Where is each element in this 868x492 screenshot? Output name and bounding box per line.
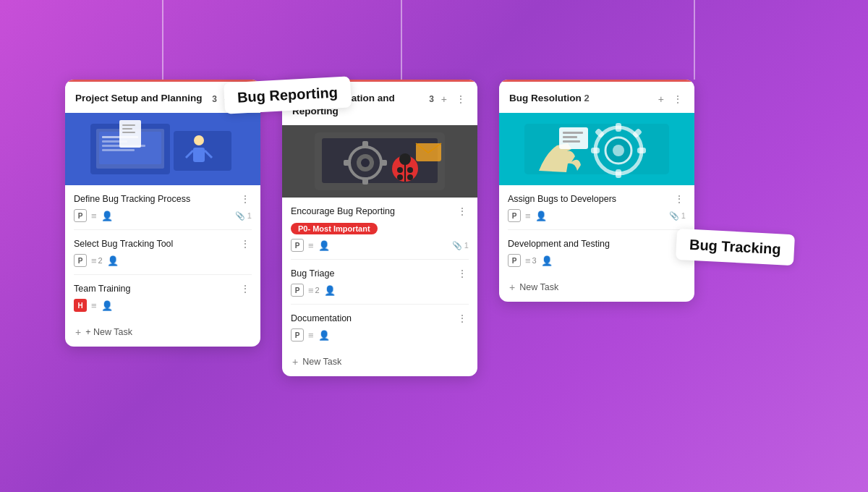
svg-rect-48 [563,132,583,134]
task-3-2-title: Development and Testing [508,239,610,249]
task-3-1-meta: P ≡ 👤 📎 1 [508,209,686,222]
task-1-3-menu[interactable]: ⋮ [239,282,252,295]
svg-point-35 [407,174,413,180]
col1-new-task[interactable]: + + New Task [65,319,260,347]
column-3: Bug Resolution 2 + ⋮ [499,80,694,302]
col3-plus-icon: + [509,281,515,293]
task-3-2-priority: P [508,254,521,267]
svg-rect-27 [344,160,351,166]
col3-add-btn[interactable]: + [657,93,665,106]
svg-point-33 [407,167,413,173]
task-1-3-meta: H ≡ 👤 [74,299,252,312]
col3-new-task-label: New Task [519,282,558,292]
task-2-1-menu[interactable]: ⋮ [456,205,469,218]
task-1-1-menu[interactable]: ⋮ [239,192,252,205]
task-2-3-title: Documentation [291,313,352,323]
task-3-1-list: ≡ [525,211,531,221]
task-2-3-user: 👤 [318,330,330,341]
svg-rect-13 [193,148,205,162]
col2-new-task[interactable]: + New Task [282,349,477,376]
task-1-1-priority: P [74,209,87,222]
task-1-3-priority: H [74,299,87,312]
col1-new-task-label: + New Task [85,327,132,337]
task-2-3: Documentation ⋮ P ≡ 👤 [291,305,469,349]
task-2-3-menu[interactable]: ⋮ [456,312,469,325]
svg-rect-49 [563,136,577,138]
task-2-2-meta: P ≡ 2 👤 [291,284,469,297]
task-2-1-list: ≡ [308,240,314,251]
tooltip-bug-tracking: Bug Tracking [676,229,795,266]
svg-point-34 [397,174,403,180]
task-1-2: Select Bug Tracking Tool ⋮ P ≡ 2 👤 [74,230,252,275]
svg-rect-18 [122,128,132,130]
cards-container: Project Setup and Planning 3 + ⋮ [65,80,694,376]
task-2-1-title: Encourage Bug Reporting [291,206,395,216]
col3-header: Bug Resolution 2 + ⋮ [499,80,694,113]
task-1-1-title: Define Bug Tracking Process [74,194,190,204]
task-1-2-list: ≡ 2 [91,255,103,266]
task-1-1-list: ≡ [91,211,97,221]
svg-point-40 [613,145,624,156]
task-2-3-list: ≡ [308,330,314,341]
col2-new-task-label: New Task [302,357,341,367]
task-3-1-menu[interactable]: ⋮ [673,192,686,205]
task-1-1-user: 👤 [101,211,113,221]
task-3-2-list: ≡ 3 [525,255,537,266]
col1-image [65,113,260,185]
col2-plus-icon: + [292,356,298,368]
col1-title: Project Setup and Planning [75,92,206,105]
task-1-2-meta: P ≡ 2 👤 [74,254,252,267]
task-2-2: Bug Triage ⋮ P ≡ 2 👤 [291,260,469,305]
col2-badge: 3 [429,94,434,104]
task-1-2-menu[interactable]: ⋮ [239,237,252,250]
col1-badge: 3 [212,94,217,104]
task-2-2-title: Bug Triage [291,268,334,279]
column-1: Project Setup and Planning 3 + ⋮ [65,80,260,347]
task-3-1-attach: 📎 1 [669,211,686,221]
col3-title: Bug Resolution 2 [509,92,651,105]
task-1-2-title: Select Bug Tracking Tool [74,239,173,249]
task-1-3-list: ≡ [91,300,97,311]
col2-image [282,125,477,198]
task-2-1-attach: 📎 1 [452,241,469,250]
task-1-3-title: Team Training [74,284,131,294]
col3-new-task[interactable]: + New Task [499,274,694,302]
task-2-3-meta: P ≡ 👤 [291,328,469,342]
task-3-1-priority: P [508,209,521,222]
col2-menu-btn[interactable]: ⋮ [454,93,467,106]
task-2-1-priority-badge: P0- Most Important [291,223,378,234]
svg-rect-19 [122,132,135,133]
task-2-3-priority: P [291,328,304,342]
task-2-2-menu[interactable]: ⋮ [456,267,469,280]
task-1-1: Define Bug Tracking Process ⋮ P ≡ 👤 📎 1 [74,185,252,230]
task-3-2-meta: P ≡ 3 👤 [508,254,686,267]
col3-menu-btn[interactable]: ⋮ [671,93,684,106]
col2-add-btn[interactable]: + [440,93,448,106]
task-1-2-user: 👤 [107,255,119,266]
svg-rect-16 [119,120,141,148]
task-2-2-list: ≡ 2 [308,285,320,296]
task-2-1-priority: P [291,239,304,252]
col1-plus-icon: + [75,326,81,338]
task-3-1: Assign Bugs to Developers ⋮ P ≡ 👤 📎 1 [508,185,686,230]
task-3-1-user: 👤 [535,211,547,221]
svg-rect-28 [380,160,387,166]
svg-point-24 [361,158,370,167]
column-2: Bug Identification and Reporting 3 + ⋮ [282,80,477,376]
svg-rect-26 [362,177,368,184]
task-2-1-user: 👤 [318,240,330,251]
col1-tasks: Define Bug Tracking Process ⋮ P ≡ 👤 📎 1 … [65,185,260,319]
svg-rect-11 [102,149,135,151]
task-3-1-title: Assign Bugs to Developers [508,194,616,204]
svg-rect-41 [616,123,621,132]
svg-rect-17 [122,124,135,126]
col2-tasks: Encourage Bug Reporting ⋮ P0- Most Impor… [282,198,477,349]
task-1-2-priority: P [74,254,87,267]
svg-rect-43 [591,148,600,153]
task-3-2-user: 👤 [541,255,553,266]
task-1-1-attach: 📎 1 [235,211,252,221]
task-2-2-user: 👤 [324,285,336,296]
task-1-3-user: 👤 [101,300,113,311]
task-2-1-meta: P ≡ 👤 📎 1 [291,239,469,252]
col3-tasks: Assign Bugs to Developers ⋮ P ≡ 👤 📎 1 De… [499,185,694,274]
